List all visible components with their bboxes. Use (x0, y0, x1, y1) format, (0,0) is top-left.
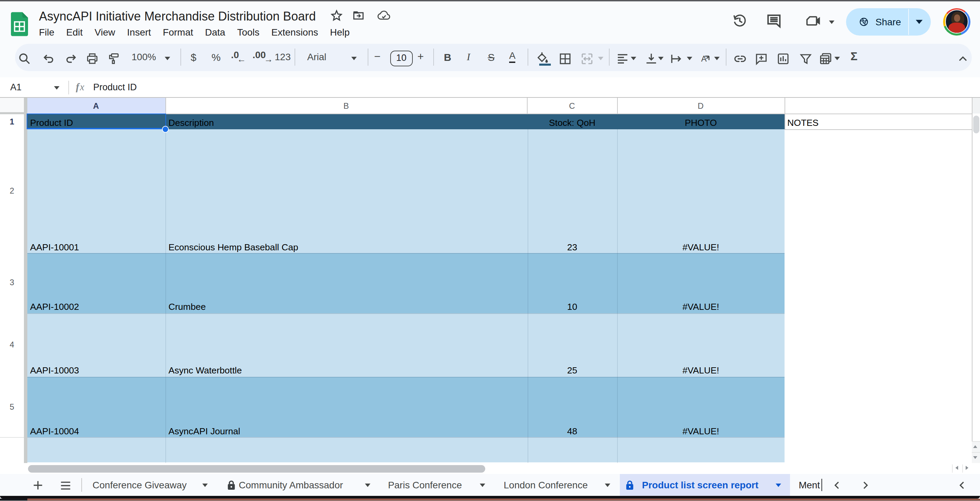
svg-text:A: A (701, 54, 706, 63)
